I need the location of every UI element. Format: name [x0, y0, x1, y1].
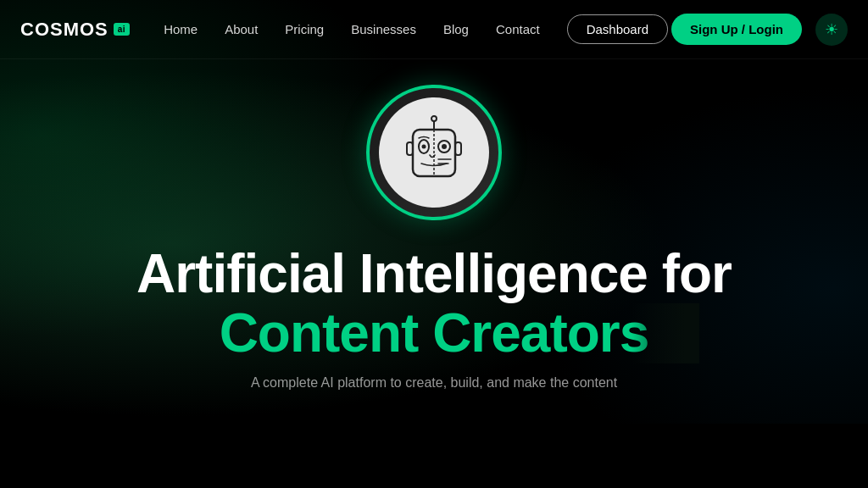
svg-point-4 — [442, 144, 447, 149]
logo-text: COSMOS — [20, 19, 108, 41]
svg-point-11 — [431, 116, 437, 121]
hero-section: Artificial Intelligence for Content Crea… — [0, 59, 868, 391]
sun-icon: ☀ — [825, 20, 838, 39]
nav-link-about[interactable]: About — [225, 22, 258, 36]
hero-subtitle: A complete AI platform to create, build,… — [251, 375, 617, 391]
cutoff-mask — [632, 303, 699, 363]
nav-link-blog[interactable]: Blog — [443, 22, 469, 36]
nav-link-businesses[interactable]: Businesses — [351, 22, 416, 36]
logo[interactable]: COSMOS ai — [20, 19, 130, 41]
hero-title-line2: Content Creators — [220, 303, 649, 363]
page-wrapper: COSMOS ai Home About Pricing Businesses … — [0, 0, 868, 488]
nav-links: Home About Pricing Businesses Blog Conta… — [164, 14, 668, 44]
signup-button[interactable]: Sign Up / Login — [671, 14, 802, 45]
ai-robot-circle — [366, 85, 502, 220]
nav-left: COSMOS ai Home About Pricing Businesses … — [20, 14, 668, 44]
title-cutoff-inner: Content Creators — [220, 303, 649, 363]
nav-link-contact[interactable]: Contact — [496, 22, 540, 36]
logo-badge: ai — [114, 23, 130, 36]
title-cutoff-container: Content Creators — [0, 303, 868, 363]
dashboard-button[interactable]: Dashboard — [567, 14, 668, 44]
robot-svg-icon — [400, 113, 468, 193]
navbar: COSMOS ai Home About Pricing Businesses … — [0, 0, 868, 59]
robot-inner — [379, 97, 489, 208]
hero-title-line1: Artificial Intelligence for — [136, 244, 732, 303]
nav-link-pricing[interactable]: Pricing — [285, 22, 324, 36]
nav-link-home[interactable]: Home — [164, 22, 198, 36]
nav-right: Sign Up / Login ☀ — [671, 14, 848, 46]
theme-toggle-button[interactable]: ☀ — [815, 14, 848, 46]
svg-point-2 — [422, 144, 426, 148]
